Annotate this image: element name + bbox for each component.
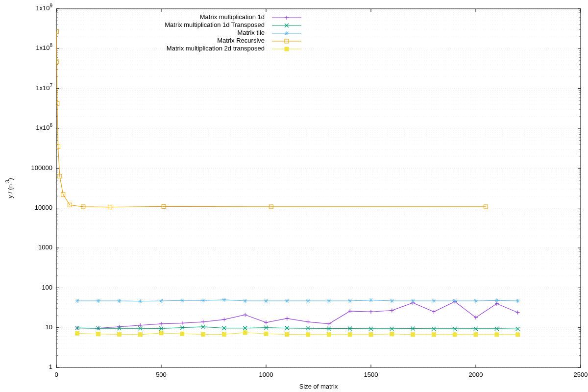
legend-label: Matrix multiplication 1d [200, 13, 265, 21]
x-tick-label: 1500 [364, 371, 378, 378]
series-line [56, 31, 486, 207]
x-tick-label: 0 [54, 371, 58, 378]
legend-label: Matrix multiplication 1d Transposed [165, 21, 265, 28]
svg-rect-450 [117, 332, 121, 336]
y-tick-label: 10000 [35, 204, 52, 211]
svg-rect-460 [327, 333, 331, 337]
y-tick-label: 1x109 [36, 3, 52, 12]
svg-rect-448 [75, 331, 79, 335]
svg-rect-449 [97, 332, 100, 336]
svg-rect-468 [495, 333, 499, 337]
y-tick-label: 10 [46, 323, 52, 331]
y-tick-label: 1x106 [36, 122, 52, 132]
svg-rect-464 [411, 333, 415, 337]
svg-rect-469 [516, 333, 520, 337]
x-tick-label: 2000 [469, 371, 483, 378]
svg-rect-465 [432, 333, 436, 337]
y-tick-label: 1 [49, 363, 52, 370]
svg-rect-454 [201, 332, 205, 336]
svg-rect-456 [243, 331, 247, 335]
legend-label: Matrix tile [237, 29, 265, 36]
svg-rect-459 [306, 333, 310, 337]
svg-rect-453 [180, 332, 184, 336]
svg-rect-467 [474, 333, 478, 337]
x-tick-label: 500 [156, 371, 167, 378]
svg-rect-479 [285, 47, 289, 51]
chart-container: 1101001000100001000001x1061x1071x1081x10… [0, 0, 588, 392]
svg-rect-462 [369, 333, 373, 337]
svg-rect-452 [159, 331, 163, 335]
svg-rect-458 [285, 332, 289, 336]
x-tick-label: 1000 [259, 371, 273, 378]
series-line [77, 302, 518, 328]
y-tick-label: 1x107 [36, 82, 52, 92]
svg-rect-466 [453, 333, 457, 337]
svg-rect-455 [222, 332, 226, 336]
legend-label: Matrix multiplication 2d transposed [167, 45, 265, 52]
y-axis-label: y / (n 3) [5, 178, 14, 198]
svg-rect-457 [264, 332, 268, 336]
y-tick-label: 1x108 [36, 43, 52, 52]
svg-rect-463 [390, 332, 394, 336]
y-tick-label: 100000 [31, 164, 52, 172]
svg-rect-461 [348, 333, 352, 337]
series-line [77, 333, 518, 335]
svg-rect-451 [138, 333, 142, 337]
y-tick-label: 100 [42, 284, 52, 291]
legend-label: Matrix Recursive [217, 37, 265, 44]
series-line [77, 300, 518, 301]
svg-rect-0 [56, 9, 581, 368]
x-axis-label: Size of matrix [299, 383, 338, 390]
y-tick-label: 1000 [38, 244, 52, 251]
series-line [77, 327, 518, 329]
x-tick-label: 2500 [574, 371, 588, 378]
chart-svg: 1101001000100001000001x1061x1071x1081x10… [0, 0, 588, 392]
